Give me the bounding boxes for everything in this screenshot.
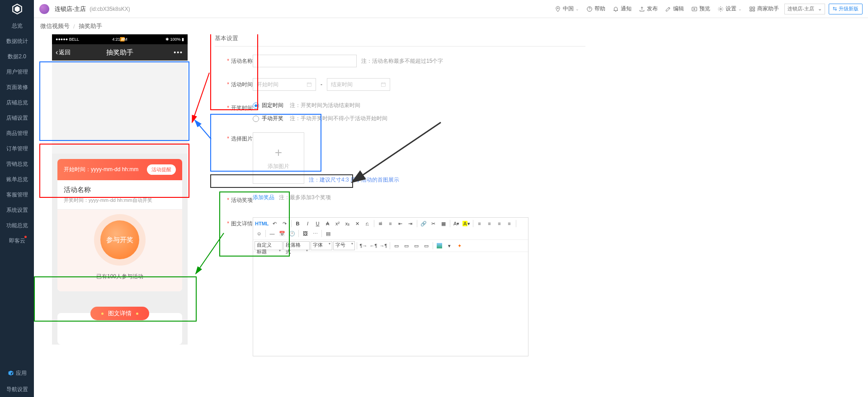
input-end-time[interactable]: 结束时间 <box>327 78 390 91</box>
settings-link[interactable]: 设置⌄ <box>716 5 744 13</box>
radio-fixed-time[interactable]: 固定时间 <box>253 102 283 109</box>
nav-app[interactable]: 应用 <box>0 364 34 382</box>
phone-join-button[interactable]: 参与开奖 <box>100 220 139 259</box>
nav-stats[interactable]: 数据统计 <box>0 33 34 49</box>
toolbar-table-icon[interactable]: ▦ <box>439 219 448 228</box>
toolbar-align-right-icon[interactable]: ≡ <box>495 219 504 228</box>
nav-marketing[interactable]: 营销总览 <box>0 156 34 172</box>
toolbar-time-icon[interactable]: 🕐 <box>288 229 297 238</box>
toolbar-attach-dropdown-icon[interactable]: ▾ <box>445 241 454 250</box>
toolbar-hr-icon[interactable]: — <box>268 229 277 238</box>
toolbar-autotxt-icon[interactable]: ⎌ <box>363 219 372 228</box>
toolbar-outdent-icon[interactable]: ⇤ <box>396 219 405 228</box>
breadcrumb-a[interactable]: 微信视频号 <box>40 22 70 30</box>
radio-manual-open[interactable]: 手动开奖 <box>253 115 283 122</box>
toolbar-undo-icon[interactable]: ↶ <box>270 219 279 228</box>
toolbar-forecolor-icon[interactable]: A▾ <box>452 219 461 228</box>
label-prize: 活动奖项 <box>215 194 253 204</box>
phone-detail-tab[interactable]: 图文详情 <box>90 307 149 320</box>
toolbar-imgright-icon[interactable]: ▭ <box>412 241 421 250</box>
edit-link[interactable]: 编辑 <box>663 5 686 13</box>
toolbar-redo-icon[interactable]: ↷ <box>280 219 289 228</box>
phone-more-icon[interactable]: ••• <box>174 49 183 56</box>
upgrade-button[interactable]: ⇆升级新版 <box>829 4 863 14</box>
preview-link[interactable]: 预览 <box>689 5 712 13</box>
nav-jikeyun[interactable]: 即客云 <box>0 233 34 248</box>
nav-decor[interactable]: 页面装修 <box>0 79 34 95</box>
nav-shop-set[interactable]: 店铺设置 <box>0 110 34 126</box>
toolbar-image-icon[interactable]: 🖼 <box>301 229 310 238</box>
svg-rect-3 <box>750 7 752 9</box>
toolbar-sup-icon[interactable]: x² <box>333 219 342 228</box>
toolbar-underline-icon[interactable]: U <box>313 219 322 228</box>
toolbar-html[interactable]: HTML <box>255 219 269 228</box>
assistant-link[interactable]: 商家助手 <box>747 5 781 13</box>
input-start-time[interactable]: 开始时间 <box>253 78 316 91</box>
toolbar-customtitle-select[interactable]: 自定义标题 <box>255 241 283 250</box>
toolbar-imgleft-icon[interactable]: ▭ <box>392 241 401 250</box>
nav-settings-bottom[interactable]: 导航设置 <box>0 382 34 397</box>
toolbar-indent-icon[interactable]: ⇥ <box>406 219 415 228</box>
note-activity-name: 注：活动名称最多不能超过15个字 <box>361 57 443 65</box>
toolbar-source-icon[interactable]: ▤ <box>324 229 333 238</box>
svg-rect-6 <box>753 9 755 11</box>
nav-billing[interactable]: 账单总览 <box>0 172 34 187</box>
toolbar-link-icon[interactable]: 🔗 <box>419 219 428 228</box>
nav-users[interactable]: 用户管理 <box>0 64 34 79</box>
sidebar: 总览 数据统计 数据2.0 用户管理 页面装修 店铺总览 店铺设置 商品管理 订… <box>0 0 34 397</box>
shop-select[interactable]: 连锁店-主店⌄ <box>784 4 825 14</box>
toolbar-backcolor-icon[interactable]: A▾ <box>462 219 471 228</box>
toolbar-italic-icon[interactable]: I <box>303 219 312 228</box>
nav-system[interactable]: 系统设置 <box>0 202 34 218</box>
form-panel: 基本设置 活动名称 注：活动名称最多不能超过15个字 活动时间 开始时间 - 结… <box>215 34 585 397</box>
svg-rect-5 <box>750 9 752 11</box>
nav-products[interactable]: 商品管理 <box>0 126 34 141</box>
toolbar-ul-icon[interactable]: ≡ <box>386 219 395 228</box>
toolbar-magic-icon[interactable]: ✦ <box>455 241 464 250</box>
svg-line-10 <box>195 120 211 139</box>
toolbar-bold-icon[interactable]: B <box>293 219 302 228</box>
toolbar-imgnone-icon[interactable]: ▭ <box>422 241 431 250</box>
section-title: 基本设置 <box>215 34 585 47</box>
toolbar-unlink-icon[interactable]: ✂ <box>429 219 438 228</box>
toolbar-dir-rtl-icon[interactable]: ←¶ <box>369 241 378 250</box>
toolbar-align-justify-icon[interactable]: ≡ <box>505 219 514 228</box>
phone-remind-button[interactable]: 活动提醒 <box>147 164 176 175</box>
toolbar-more-icon[interactable]: ⋯ <box>311 229 320 238</box>
region-select[interactable]: 中国⌄ <box>553 5 581 13</box>
shop-name: 连锁店-主店 <box>55 5 86 13</box>
toolbar-align-left-icon[interactable]: ≡ <box>475 219 484 228</box>
notify-link[interactable]: 通知 <box>611 5 633 13</box>
toolbar-strike-icon[interactable]: A <box>323 219 332 228</box>
toolbar-emoji-icon[interactable]: ☺ <box>255 229 264 238</box>
nav-data20[interactable]: 数据2.0 <box>0 49 34 64</box>
editor-body[interactable] <box>253 252 528 356</box>
toolbar-sub-icon[interactable]: x₂ <box>343 219 352 228</box>
svg-rect-1 <box>692 7 697 10</box>
toolbar-align-center-icon[interactable]: ≡ <box>485 219 494 228</box>
nav-support[interactable]: 客服管理 <box>0 187 34 202</box>
nav-orders[interactable]: 订单管理 <box>0 141 34 156</box>
toolbar-dir-ltr-icon[interactable]: ¶→ <box>359 241 368 250</box>
header: 连锁店-主店 (id:cbX35k8sKX) 中国⌄ 帮助 通知 发布 编辑 预… <box>34 0 868 18</box>
toolbar-insertimg-icon[interactable] <box>435 241 444 250</box>
toolbar-ol-icon[interactable]: ≡̇ <box>376 219 385 228</box>
nav-shop-ov[interactable]: 店铺总览 <box>0 95 34 110</box>
label-activity-name: 活动名称 <box>215 55 253 65</box>
toolbar-size-select[interactable]: 字号 <box>333 241 355 250</box>
toolbar-indent2-icon[interactable]: →¶ <box>379 241 388 250</box>
add-prize-link[interactable]: 添加奖品 <box>253 194 274 201</box>
breadcrumb: 微信视频号 / 抽奖助手 <box>34 18 868 34</box>
help-link[interactable]: 帮助 <box>585 5 607 13</box>
upload-image-button[interactable]: + 添加图片 <box>253 132 304 184</box>
toolbar-paragraph-select[interactable]: 段落格式 <box>283 241 310 250</box>
logo[interactable] <box>0 0 34 18</box>
toolbar-clear-icon[interactable]: ✕ <box>353 219 362 228</box>
toolbar-date-icon[interactable]: 📅 <box>278 229 287 238</box>
toolbar-imgcenter-icon[interactable]: ▭ <box>402 241 411 250</box>
publish-link[interactable]: 发布 <box>637 5 660 13</box>
nav-func[interactable]: 功能总览 <box>0 218 34 233</box>
nav-overview[interactable]: 总览 <box>0 18 34 33</box>
input-activity-name[interactable] <box>253 55 357 67</box>
toolbar-font-select[interactable]: 字体 <box>311 241 332 250</box>
